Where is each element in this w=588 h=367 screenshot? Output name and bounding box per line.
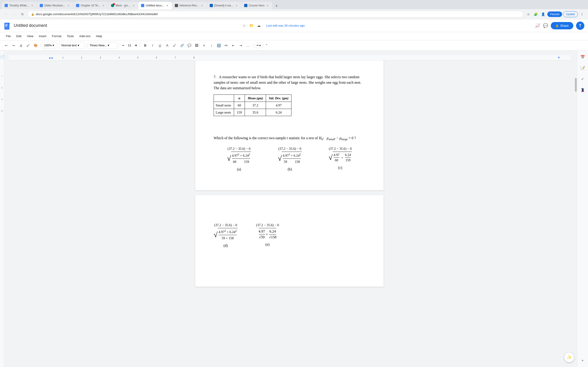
- tab-close[interactable]: ×: [102, 4, 105, 7]
- link-button[interactable]: 🔗: [179, 42, 185, 49]
- question-7-text: 7. A researcher wants to see if birds th…: [214, 74, 365, 91]
- tab-meet[interactable]: Meet - grx... ×: [108, 2, 138, 9]
- docs-app: Untitled document ☆ 📁 ☁ Last edit was 36…: [0, 19, 588, 367]
- follow-question-text: Which of the following is the correct tw…: [214, 135, 365, 142]
- url-bar[interactable]: 🔒 docs.google.com/document/d/12AN2h07QWW…: [27, 11, 523, 17]
- tab-untitled[interactable]: Untitled docu... ×: [138, 2, 172, 9]
- highlight-button[interactable]: 🖊: [171, 42, 178, 49]
- paused-button[interactable]: Paused: [547, 11, 562, 17]
- bookmark-icon[interactable]: ☆: [525, 11, 532, 17]
- font-size-decrease[interactable]: −: [120, 43, 126, 48]
- tab-close[interactable]: ×: [235, 4, 238, 7]
- line-spacing-button[interactable]: ↕: [208, 42, 215, 49]
- reload-button[interactable]: ↻: [19, 11, 26, 17]
- scrollbar-thumb[interactable]: [575, 78, 577, 92]
- bold-button[interactable]: B: [142, 42, 149, 49]
- menu-tools[interactable]: Tools: [65, 33, 76, 39]
- docs-title[interactable]: Untitled document: [14, 23, 239, 28]
- text-color-button[interactable]: A: [164, 42, 171, 49]
- cell-large-name: Large nests: [214, 109, 234, 116]
- formula-d-group: (37.2 − 35.6) − 0 √ 4.972 + 6.242 59 + 1…: [214, 223, 238, 241]
- undo-button[interactable]: ↩: [3, 42, 10, 49]
- share-button[interactable]: 🔒 Share: [551, 22, 573, 29]
- folder-icon[interactable]: 📁: [249, 23, 254, 28]
- new-tab-button[interactable]: +: [273, 3, 280, 9]
- forward-button[interactable]: →: [11, 11, 17, 17]
- style-selector[interactable]: Normal text ▾: [59, 42, 85, 49]
- indent-decrease-button[interactable]: ⇤: [230, 42, 237, 49]
- add-sidebar-icon[interactable]: +: [579, 357, 586, 364]
- tab-favicon: [40, 4, 43, 7]
- tab-close[interactable]: ×: [30, 4, 34, 7]
- cell-small-std: 4.97: [266, 102, 292, 109]
- menu-insert[interactable]: Insert: [36, 33, 49, 39]
- font-size-increase[interactable]: +: [133, 43, 139, 48]
- user-avatar[interactable]: T: [576, 22, 584, 30]
- profile-icon[interactable]: 👤: [540, 11, 546, 17]
- col-header-n: n: [234, 95, 245, 102]
- ai-assistant-button[interactable]: ✨: [564, 352, 574, 362]
- svg-rect-2: [5, 25, 8, 26]
- menu-view[interactable]: View: [25, 33, 36, 39]
- character-icon[interactable]: 🦹: [579, 86, 586, 94]
- star-icon[interactable]: ☆: [242, 23, 247, 28]
- back-button[interactable]: ←: [3, 11, 9, 17]
- underline-button[interactable]: U: [156, 42, 163, 49]
- check-icon[interactable]: ✓: [579, 75, 586, 83]
- menu-dots-icon[interactable]: ⋮: [579, 11, 585, 17]
- redo-button[interactable]: ↪: [10, 42, 17, 49]
- paint-format-button[interactable]: 🎨: [32, 42, 39, 49]
- tab-timothy[interactable]: Timothy White... ×: [2, 2, 37, 9]
- tab-favicon: [210, 4, 213, 7]
- indent-increase-button[interactable]: ⇥: [237, 42, 244, 49]
- tab-chapter10[interactable]: Chapter 10 Te... ×: [73, 2, 108, 9]
- calendar-icon[interactable]: 📅: [579, 53, 586, 60]
- tab-inference[interactable]: Inference-Rev... ×: [172, 2, 207, 9]
- formula-e-label: (e): [256, 242, 279, 247]
- align-button[interactable]: ≡: [200, 42, 208, 49]
- menu-addons[interactable]: Add-ons: [77, 33, 93, 39]
- font-size-value[interactable]: 11: [126, 44, 133, 47]
- note-icon[interactable]: 📝: [579, 64, 586, 72]
- tab-didier[interactable]: Didier Revision... ×: [37, 2, 73, 9]
- collapse-button[interactable]: ⌃: [263, 42, 270, 49]
- image-button[interactable]: 🖼: [193, 42, 200, 49]
- tab-solved[interactable]: [Solved] A res... ×: [207, 2, 241, 9]
- vertical-scrollbar[interactable]: [575, 50, 577, 367]
- formula-d: (37.2 − 35.6) − 0 √ 4.972 + 6.242 59 + 1…: [214, 223, 238, 248]
- comment-button[interactable]: 💬: [186, 42, 193, 49]
- docs-menu-bar: File Edit View Insert Format Tools Add-o…: [0, 32, 588, 40]
- tab-label: Timothy White...: [9, 4, 29, 7]
- tab-close[interactable]: ×: [67, 4, 70, 7]
- italic-button[interactable]: I: [149, 42, 156, 49]
- table-row-small: Small nests 60 37.2 4.97: [214, 102, 292, 109]
- update-label: Update: [566, 13, 575, 16]
- more-options-button[interactable]: …: [245, 42, 251, 49]
- print-button[interactable]: 🖨: [17, 42, 24, 49]
- tab-close[interactable]: ×: [165, 4, 169, 7]
- menu-file[interactable]: File: [4, 33, 13, 39]
- extension-icon[interactable]: 🧩: [533, 11, 539, 17]
- tab-coursehero[interactable]: Course Hero ×: [242, 2, 272, 9]
- col-header-mean: Mean (gm): [245, 95, 266, 102]
- docs-content-area[interactable]: 1 2 3 4 5 6 7 8 7. A researcher wants to…: [4, 50, 575, 367]
- tab-favicon: [175, 4, 178, 7]
- numbered-list-button[interactable]: 🔢: [215, 42, 222, 49]
- tab-close[interactable]: ×: [200, 4, 204, 7]
- bullet-list-button[interactable]: •≡: [223, 42, 229, 49]
- editing-mode-button[interactable]: ✏ ▾: [254, 43, 263, 48]
- menu-edit[interactable]: Edit: [14, 33, 24, 39]
- tab-close[interactable]: ×: [132, 4, 135, 7]
- tab-close[interactable]: ×: [266, 4, 269, 7]
- comment-icon[interactable]: 💬: [543, 23, 548, 28]
- cloud-icon[interactable]: ☁: [256, 23, 262, 28]
- menu-help[interactable]: Help: [94, 33, 104, 39]
- menu-format[interactable]: Format: [50, 33, 64, 39]
- update-button[interactable]: Update: [563, 11, 578, 17]
- formula-e-numerator: (37.2 − 35.6) − 0: [256, 223, 279, 227]
- spell-check-button[interactable]: 🖊: [25, 42, 32, 49]
- font-selector[interactable]: Times New... ▾: [87, 42, 117, 49]
- zoom-selector[interactable]: 100% ▾: [42, 42, 56, 49]
- trending-icon[interactable]: 📈: [535, 23, 540, 28]
- tab-favicon: [76, 4, 79, 7]
